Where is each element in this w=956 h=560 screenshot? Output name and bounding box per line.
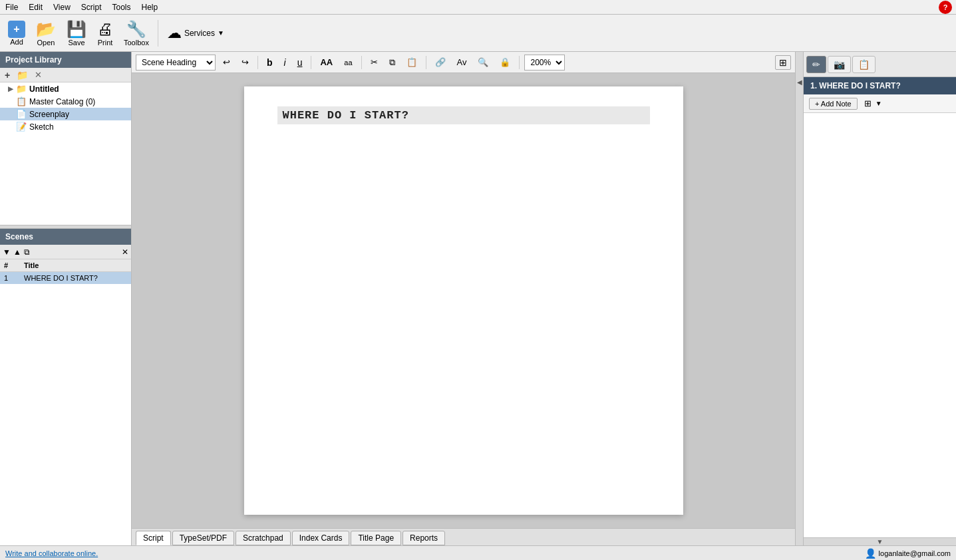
cut-button[interactable]: ✂: [367, 56, 382, 69]
scene-info-header: 1. WHERE DO I START?: [804, 77, 956, 94]
zoom-select[interactable]: 50% 100% 150% 200% 300%: [524, 55, 565, 70]
col-num: #: [0, 259, 20, 272]
editor-page: WHERE DO I START?: [244, 86, 683, 515]
toolbox-button[interactable]: 🔧 Toolbox: [120, 19, 153, 48]
tab-reports[interactable]: Reports: [402, 531, 445, 545]
folder-icon: 📁: [16, 84, 27, 94]
tree-item-screenplay[interactable]: 📄 Screenplay: [0, 108, 131, 120]
menu-edit[interactable]: Edit: [23, 1, 48, 13]
left-sidebar: Project Library + 📁 ✕ ▶ 📁 Untitled 📋 Mas…: [0, 52, 132, 545]
redo-button[interactable]: ↪: [238, 56, 253, 69]
sketch-icon: 📝: [16, 122, 27, 132]
scenes-toolbar: ▼ ▲ ⧉ ✕: [0, 245, 131, 259]
tab-pencil[interactable]: ✏: [806, 56, 826, 73]
menu-help[interactable]: Help: [136, 1, 164, 13]
services-button[interactable]: ☁ Services ▼: [163, 23, 228, 43]
tree-item-sketch[interactable]: 📝 Sketch: [0, 120, 131, 133]
status-bar: Write and collaborate online. 👤 loganlai…: [0, 545, 956, 560]
right-panel-strip: ◀: [795, 52, 803, 545]
menu-bar: File Edit View Script Tools Help ?: [0, 0, 956, 15]
menu-tools[interactable]: Tools: [107, 1, 136, 13]
write-collaborate-link[interactable]: Write and collaborate online.: [5, 549, 98, 557]
add-button[interactable]: + Add: [4, 19, 29, 47]
scenes-panel: Scenes ▼ ▲ ⧉ ✕ # Title: [0, 229, 131, 545]
font-size-button[interactable]: Av: [453, 56, 471, 69]
menu-script[interactable]: Script: [76, 1, 107, 13]
tab-scratchpad[interactable]: Scratchpad: [236, 531, 291, 545]
collapse-bottom-icon[interactable]: ▼: [877, 538, 883, 545]
right-content: [804, 113, 956, 537]
lock-button[interactable]: 🔒: [496, 56, 514, 69]
editor-area: Scene Heading Action Character Dialogue …: [132, 52, 795, 545]
clipboard-icon: 📋: [858, 59, 870, 70]
add-note-area: + Add Note ⊞ ▼: [804, 94, 956, 113]
open-icon: 📂: [36, 20, 56, 39]
services-icon: ☁: [167, 25, 182, 42]
save-button[interactable]: 💾 Save: [63, 19, 90, 48]
tree-expand-icon: ▶: [8, 85, 13, 92]
save-icon: 💾: [67, 20, 86, 39]
bold-button[interactable]: b: [263, 56, 277, 69]
menu-view[interactable]: View: [48, 1, 76, 13]
undo-button[interactable]: ↩: [219, 56, 234, 69]
menu-file[interactable]: File: [0, 1, 23, 13]
editor-tabs: Script TypeSet/PDF Scratchpad Index Card…: [132, 528, 795, 545]
scene-row-1[interactable]: 1 WHERE DO I START?: [0, 272, 131, 285]
editor-toolbar: Scene Heading Action Character Dialogue …: [132, 52, 795, 73]
open-button[interactable]: 📂 Open: [32, 19, 60, 48]
project-library-panel: Project Library + 📁 ✕ ▶ 📁 Untitled 📋 Mas…: [0, 52, 131, 225]
note-dropdown-icon[interactable]: ▼: [876, 100, 882, 107]
tree-item-untitled[interactable]: ▶ 📁 Untitled: [0, 82, 131, 95]
add-icon: +: [8, 21, 25, 38]
user-email: loganlaite@gmail.com: [879, 549, 951, 557]
tree-item-master-catalog[interactable]: 📋 Master Catalog (0): [0, 95, 131, 108]
new-folder-button[interactable]: 📁: [15, 70, 30, 80]
tab-script[interactable]: Script: [136, 531, 171, 545]
tab-typeset[interactable]: TypeSet/PDF: [172, 531, 234, 545]
right-panel-tabs: ✏ 📷 📋: [804, 52, 956, 77]
camera-icon: 📷: [834, 59, 845, 70]
copy-button[interactable]: ⧉: [385, 56, 399, 69]
collapse-right-button[interactable]: ◀: [797, 78, 802, 86]
new-item-button[interactable]: +: [3, 70, 12, 80]
collapse-panel-button[interactable]: ⊞: [775, 55, 791, 70]
font-small-button[interactable]: aa: [340, 57, 356, 68]
scenes-header: Scenes: [0, 229, 131, 245]
font-large-button[interactable]: AA: [316, 56, 337, 69]
user-info: 👤 loganlaite@gmail.com: [865, 548, 951, 559]
scenes-up-icon[interactable]: ▲: [13, 247, 21, 257]
services-dropdown-icon: ▼: [218, 29, 224, 37]
project-tree: ▶ 📁 Untitled 📋 Master Catalog (0) 📄 Scre…: [0, 82, 131, 225]
right-panel: ✏ 📷 📋 1. WHERE DO I START? + Add Note ⊞ …: [803, 52, 956, 545]
project-library-toolbar: + 📁 ✕: [0, 68, 131, 82]
link-button[interactable]: 🔗: [431, 56, 450, 69]
user-icon: 👤: [865, 548, 876, 559]
scenes-table: # Title 1 WHERE DO I START?: [0, 259, 131, 545]
main-toolbar: + Add 📂 Open 💾 Save 🖨 Print 🔧 Toolbox ☁ …: [0, 15, 956, 52]
italic-button[interactable]: i: [280, 56, 290, 69]
tab-clipboard[interactable]: 📋: [852, 56, 876, 73]
print-button[interactable]: 🖨 Print: [93, 19, 117, 48]
underline-button[interactable]: u: [293, 56, 307, 69]
help-icon[interactable]: ?: [939, 1, 952, 14]
screenplay-icon: 📄: [16, 109, 27, 119]
paste-button[interactable]: 📋: [402, 56, 421, 69]
col-title: Title: [20, 259, 131, 272]
tab-index-cards[interactable]: Index Cards: [292, 531, 350, 545]
add-note-button[interactable]: + Add Note: [809, 98, 858, 110]
note-grid-icon[interactable]: ⊞: [864, 98, 872, 108]
scenes-down-icon[interactable]: ▼: [3, 247, 11, 257]
tab-title-page[interactable]: Title Page: [351, 531, 401, 545]
close-project-button[interactable]: ✕: [33, 70, 44, 80]
scenes-close-icon[interactable]: ✕: [122, 247, 128, 257]
editor-scroll[interactable]: WHERE DO I START?: [132, 73, 795, 528]
scene-heading-line[interactable]: WHERE DO I START?: [277, 106, 650, 124]
right-bottom-strip: ▼: [804, 537, 956, 545]
scenes-copy-icon[interactable]: ⧉: [24, 247, 30, 257]
catalog-icon: 📋: [16, 96, 27, 106]
toolbox-icon: 🔧: [126, 20, 146, 39]
search-button[interactable]: 🔍: [474, 56, 492, 69]
format-dropdown[interactable]: Scene Heading Action Character Dialogue …: [136, 55, 216, 70]
tab-camera[interactable]: 📷: [828, 56, 851, 73]
print-icon: 🖨: [97, 20, 113, 39]
